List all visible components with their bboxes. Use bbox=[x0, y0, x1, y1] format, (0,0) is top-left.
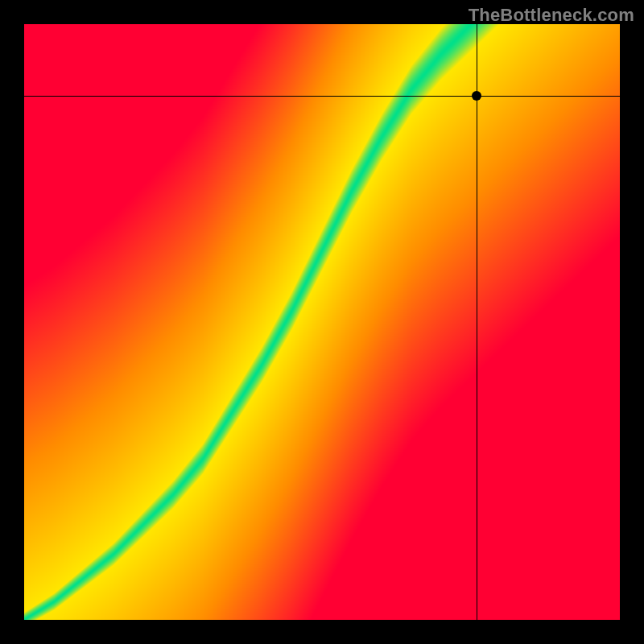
chart-frame: TheBottleneck.com bbox=[0, 0, 644, 644]
crosshair-vertical bbox=[477, 24, 477, 620]
watermark-text: TheBottleneck.com bbox=[469, 5, 634, 26]
heatmap-canvas bbox=[24, 24, 620, 620]
selection-marker bbox=[472, 91, 481, 101]
plot-area bbox=[24, 24, 620, 620]
crosshair-horizontal bbox=[24, 96, 620, 97]
